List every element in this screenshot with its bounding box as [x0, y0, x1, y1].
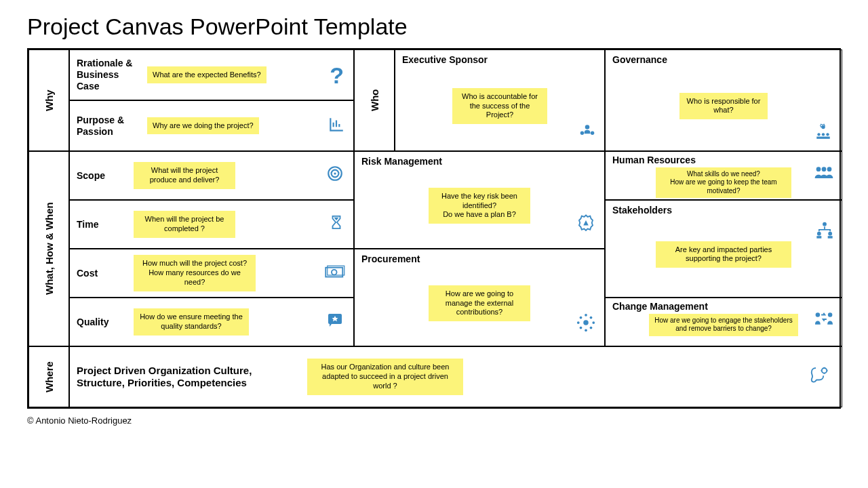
- note-hr: What skills do we need? How are we going…: [656, 167, 791, 199]
- title-scope: Scope: [77, 170, 124, 182]
- cell-procurement: Procurement How are we going to manage t…: [354, 249, 605, 346]
- title-change: Change Management: [612, 301, 835, 312]
- cell-purpose: Purpose & Passion Why are we doing the p…: [69, 100, 354, 151]
- target-icon: [326, 165, 344, 187]
- note-cost: How much will the project cost? How many…: [134, 255, 256, 291]
- label-who: Who: [354, 49, 395, 151]
- brain-gear-icon: [808, 365, 831, 390]
- svg-point-6: [826, 133, 829, 136]
- cell-cost: Cost How much will the project cost? How…: [69, 249, 354, 298]
- title-time: Time: [77, 219, 124, 230]
- cell-org: Project Driven Organization Culture, Str…: [69, 346, 842, 407]
- title-cost: Cost: [77, 268, 124, 279]
- svg-point-12: [332, 270, 337, 275]
- svg-point-27: [823, 222, 827, 226]
- svg-point-24: [816, 167, 821, 171]
- svg-point-2: [591, 131, 594, 134]
- svg-point-33: [828, 312, 833, 317]
- question-icon: ?: [330, 62, 344, 89]
- cell-time: Time When will the project be completed …: [69, 200, 354, 249]
- title-procurement: Procurement: [361, 253, 597, 265]
- svg-point-26: [827, 167, 832, 171]
- title-quality: Quality: [77, 317, 124, 328]
- title-risk: Risk Management: [361, 156, 597, 167]
- svg-point-5: [822, 133, 825, 136]
- hourglass-icon: [329, 214, 344, 236]
- svg-point-15: [583, 320, 589, 325]
- svg-point-18: [577, 321, 580, 324]
- risk-gear-icon: [576, 214, 596, 239]
- svg-rect-30: [816, 236, 821, 239]
- note-quality: How do we ensure meeting the quality sta…: [134, 308, 249, 336]
- org-chart-icon: [814, 221, 835, 245]
- title-hr: Human Resources: [612, 155, 835, 166]
- svg-point-29: [828, 232, 832, 236]
- svg-point-1: [580, 131, 584, 134]
- people-icon: [813, 164, 835, 186]
- title-sponsor: Executive Sponsor: [402, 54, 597, 66]
- cell-governance: Governance Who is responsible for what?: [605, 49, 842, 151]
- chart-icon: [328, 116, 345, 138]
- svg-point-34: [822, 368, 827, 373]
- title-org: Project Driven Organization Culture, Str…: [77, 365, 267, 389]
- svg-point-10: [334, 172, 336, 174]
- label-why: Why: [28, 49, 69, 151]
- title-rationale: Rrationale & Business Case: [77, 58, 138, 92]
- svg-point-0: [585, 125, 590, 129]
- exchange-icon: [813, 310, 835, 333]
- svg-point-32: [816, 312, 821, 317]
- note-scope: What will the project produce and delive…: [134, 162, 235, 189]
- label-where: Where: [28, 346, 69, 407]
- title-governance: Governance: [612, 54, 835, 66]
- page-title: Project Canvas PowerPoint Template: [27, 14, 841, 40]
- note-procurement: How are we going to manage the external …: [429, 285, 530, 321]
- cell-hr: Human Resources What skills do we need? …: [605, 151, 842, 200]
- svg-point-22: [580, 327, 583, 329]
- title-purpose: Purpose & Passion: [77, 115, 138, 138]
- note-risk: Have the key risk been identified? Do we…: [429, 188, 530, 224]
- cell-change: Change Management How are we going to en…: [605, 298, 842, 346]
- label-what: What, How & When: [28, 151, 69, 346]
- cell-rationale: Rrationale & Business Case What are the …: [69, 49, 354, 100]
- team-icon: [577, 123, 597, 145]
- note-governance: Who is responsible for what?: [679, 93, 768, 120]
- network-icon: [576, 312, 596, 338]
- note-purpose: Why are we doing the project?: [147, 117, 259, 135]
- svg-rect-7: [816, 137, 830, 139]
- footer-credit: © Antonio Nieto-Rodriguez: [27, 415, 841, 426]
- star-badge-icon: [326, 311, 344, 333]
- svg-point-4: [817, 133, 820, 136]
- svg-point-20: [580, 317, 583, 319]
- cell-stakeholders: Stakeholders Are key and impacted partie…: [605, 200, 842, 298]
- svg-point-19: [592, 321, 595, 324]
- svg-point-23: [590, 327, 593, 329]
- svg-rect-31: [828, 236, 833, 239]
- money-icon: [325, 262, 345, 284]
- note-org: Has our Organization and culture been ad…: [307, 359, 463, 394]
- cell-quality: Quality How do we ensure meeting the qua…: [69, 298, 354, 346]
- svg-point-25: [822, 167, 827, 171]
- project-canvas: Why Rrationale & Business Case What are …: [27, 48, 841, 409]
- svg-point-17: [585, 329, 587, 331]
- gear-people-icon: [813, 123, 833, 145]
- svg-point-21: [590, 317, 593, 319]
- note-rationale: What are the expected Benefits?: [147, 66, 267, 84]
- title-stakeholders: Stakeholders: [612, 205, 835, 216]
- note-sponsor: Who is accountable for the success of th…: [452, 88, 547, 124]
- cell-scope: Scope What will the project produce and …: [69, 151, 354, 200]
- note-change: How are we going to engage the stakehold…: [649, 314, 798, 336]
- svg-point-16: [585, 314, 587, 317]
- cell-risk: Risk Management Have the key risk been i…: [354, 151, 605, 249]
- svg-point-28: [817, 232, 821, 236]
- note-stakeholders: Are key and impacted parties supporting …: [656, 241, 791, 268]
- note-time: When will the project be completed ?: [134, 211, 235, 238]
- cell-sponsor: Executive Sponsor Who is accountable for…: [395, 49, 605, 151]
